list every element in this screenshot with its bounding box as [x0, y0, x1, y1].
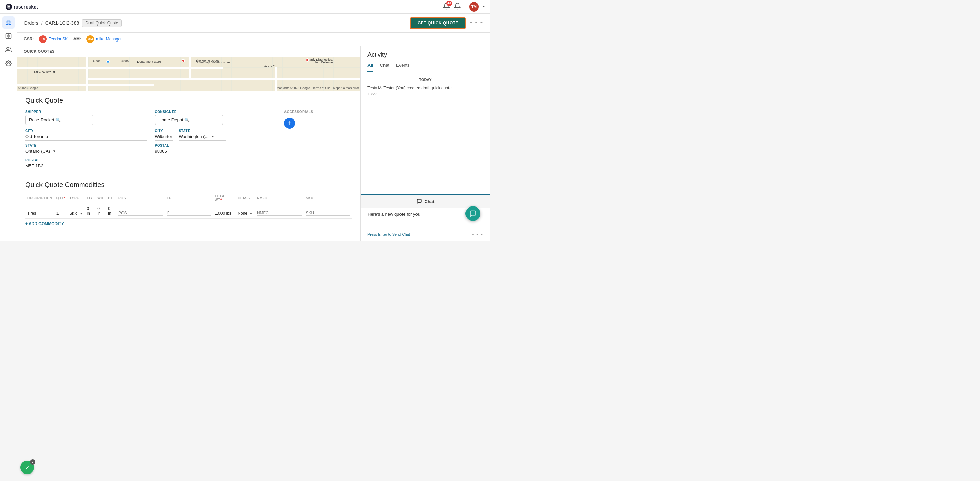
commodities-section: Quick Quote Commodities DESCRIPTION QTY*… [17, 181, 360, 234]
notification-count: 48 [447, 1, 452, 6]
csr-label: CSR: [24, 37, 34, 41]
consignee-value: Home Depot [159, 117, 183, 122]
navbar-right: 48 TM ▾ [443, 2, 485, 11]
tab-events[interactable]: Events [396, 63, 410, 72]
type-arrow: ▼ [80, 211, 83, 215]
shipper-consignee-row: SHIPPER Rose Rocket 🔍 CITY Old Toronto [25, 110, 352, 170]
svg-rect-4 [6, 23, 8, 25]
sidebar-item-settings[interactable] [2, 57, 14, 70]
shipper-city-value: Old Toronto [25, 134, 147, 141]
am-user[interactable]: MM mike Manager [86, 35, 122, 43]
consignee-postal-label: POSTAL [155, 144, 276, 147]
map-area: Shop Target Department store The Home De… [17, 57, 360, 91]
tab-chat[interactable]: Chat [380, 63, 389, 72]
left-panel: QUICK QUOTES Shop Target [17, 46, 361, 240]
shipper-label: SHIPPER [25, 110, 147, 114]
csr-user[interactable]: TS Teodor SK [39, 35, 68, 43]
csr-name: Teodor SK [49, 37, 68, 41]
body-split: QUICK QUOTES Shop Target [17, 46, 490, 240]
row-lf[interactable] [165, 203, 213, 219]
navbar: roserocket 48 TM ▾ [0, 0, 490, 14]
quick-quote-form: Quick Quote SHIPPER Rose Rocket 🔍 CITY [17, 91, 360, 181]
shipper-search-icon[interactable]: 🔍 [56, 118, 60, 122]
today-label: TODAY [368, 78, 483, 82]
breadcrumb: Orders / CAR1-1CI2-388 Draft Quick Quote [24, 19, 122, 27]
shipper-state-value: Ontario (CA) [25, 149, 50, 154]
chat-more-options[interactable]: • • • [472, 232, 483, 237]
page-header: Orders / CAR1-1CI2-388 Draft Quick Quote… [17, 14, 490, 33]
shipper-input[interactable]: Rose Rocket 🔍 [25, 115, 93, 125]
class-arrow: ▼ [250, 211, 253, 215]
consignee-postal-value: 98005 [155, 149, 276, 156]
commodities-title: Quick Quote Commodities [25, 181, 352, 189]
row-lg[interactable]: 0 in [85, 203, 95, 219]
row-qty[interactable]: 1 [54, 203, 67, 219]
add-commodity-button[interactable]: + ADD COMMODITY [25, 219, 352, 229]
nav-divider [465, 3, 465, 10]
pcs-input[interactable] [118, 211, 163, 216]
lf-input[interactable] [167, 211, 211, 216]
activity-title: Activity [368, 51, 483, 59]
row-description[interactable]: Tires [25, 203, 54, 219]
svg-point-10 [6, 47, 8, 49]
shipper-postal-value: M5E 1B3 [25, 163, 147, 170]
nmfc-input[interactable] [257, 211, 302, 216]
chat-send-hint: Press Enter to Send Chat [368, 232, 410, 237]
more-options-button[interactable]: • • • [470, 19, 483, 27]
row-sku[interactable] [304, 203, 352, 219]
col-nmfc: NMFC [255, 193, 304, 203]
svg-rect-2 [6, 20, 8, 22]
quick-quotes-tab[interactable]: QUICK QUOTES [17, 46, 360, 57]
row-pcs[interactable] [116, 203, 165, 219]
tab-all[interactable]: All [368, 63, 373, 72]
main-layout: Orders / CAR1-1CI2-388 Draft Quick Quote… [0, 14, 490, 240]
col-lg: LG [85, 193, 95, 203]
chat-icon [417, 198, 422, 204]
shipper-postal-label: POSTAL [25, 158, 147, 162]
am-label: AM: [73, 37, 81, 41]
shipper-col: SHIPPER Rose Rocket 🔍 CITY Old Toronto [25, 110, 147, 170]
col-ht: HT [106, 193, 116, 203]
add-accessorial-button[interactable]: + [284, 118, 295, 129]
shipper-state-select[interactable]: Ontario (CA) ▼ [25, 149, 73, 156]
user-avatar[interactable]: TM [469, 2, 479, 11]
shipper-state-label: STATE [25, 144, 73, 147]
get-quick-quote-button[interactable]: GET QUICK QUOTE [410, 17, 466, 29]
table-row: Tires 1 Skid ▼ 0 in 0 in [25, 203, 352, 219]
shipper-city-label: CITY [25, 129, 147, 133]
am-name: mike Manager [96, 37, 122, 41]
row-nmfc[interactable] [255, 203, 304, 219]
sidebar-item-analytics[interactable] [2, 30, 14, 42]
sidebar-item-orders[interactable] [2, 16, 14, 29]
user-dropdown-arrow[interactable]: ▾ [483, 5, 485, 8]
map-terms: Map data ©2023 Google Terms of Use Repor… [277, 86, 359, 90]
header-actions: GET QUICK QUOTE • • • [410, 17, 483, 29]
consignee-search-icon[interactable]: 🔍 [185, 118, 189, 122]
row-total-wt[interactable]: 1,000 lbs [213, 203, 235, 219]
activity-tabs: All Chat Events [368, 63, 483, 72]
notification-bell[interactable]: 48 [443, 3, 450, 11]
am-avatar: MM [86, 35, 94, 43]
consignee-city-label: CITY [155, 129, 173, 133]
consignee-input[interactable]: Home Depot 🔍 [155, 115, 223, 125]
shipper-state-arrow: ▼ [53, 149, 56, 153]
chat-section: Chat Here's a new quote for you Press [361, 194, 490, 240]
chat-header[interactable]: Chat [361, 195, 490, 208]
sidebar-item-contacts[interactable] [2, 44, 14, 56]
draft-quick-quote-badge[interactable]: Draft Quick Quote [82, 19, 122, 27]
content-area: Orders / CAR1-1CI2-388 Draft Quick Quote… [17, 14, 490, 240]
svg-rect-5 [9, 23, 11, 25]
row-class[interactable]: None ▼ [235, 203, 255, 219]
chat-footer: Press Enter to Send Chat • • • [361, 228, 490, 240]
form-title: Quick Quote [25, 97, 352, 105]
row-ht[interactable]: 0 in [106, 203, 116, 219]
consignee-state-select[interactable]: Washington (... ▼ [179, 134, 226, 141]
svg-rect-3 [9, 20, 11, 22]
chat-fab-button[interactable] [466, 206, 480, 221]
col-type: TYPE [67, 193, 85, 203]
sku-input[interactable] [306, 211, 350, 216]
breadcrumb-orders[interactable]: Orders [24, 21, 38, 26]
alert-bell[interactable] [454, 3, 461, 11]
row-type[interactable]: Skid ▼ [67, 203, 85, 219]
row-wd[interactable]: 0 in [95, 203, 106, 219]
